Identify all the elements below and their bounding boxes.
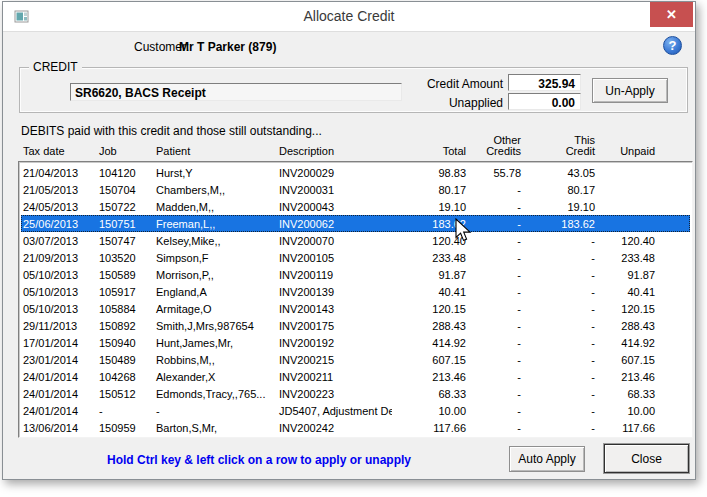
cell-tax-date: 21/09/2013	[21, 252, 97, 264]
cell-tax-date: 05/10/2013	[21, 303, 97, 315]
cell-total: 80.17	[392, 184, 468, 196]
table-row[interactable]: 05/10/2013105884Armitage,OINV200143120.1…	[21, 300, 690, 317]
cell-unpaid: 288.43	[597, 320, 657, 332]
cell-total: 233.48	[392, 252, 468, 264]
credit-group-label: CREDIT	[29, 60, 82, 74]
cell-job: 105884	[97, 303, 154, 315]
cell-patient: Alexander,X	[154, 371, 277, 383]
table-row[interactable]: 29/11/2013150892Smith,J,Mrs,987654INV200…	[21, 317, 690, 334]
close-button[interactable]: Close	[604, 444, 689, 473]
cell-patient: Madden,M,,	[154, 201, 277, 213]
cell-unpaid: 213.46	[597, 371, 657, 383]
cell-other-credits: -	[468, 184, 523, 196]
cell-unpaid: 607.15	[597, 354, 657, 366]
cell-tax-date: 24/01/2014	[21, 405, 97, 417]
cell-other-credits: -	[468, 218, 523, 230]
cell-total: 120.40	[392, 235, 468, 247]
cell-this-credit: -	[523, 320, 597, 332]
cell-job: 103520	[97, 252, 154, 264]
table-row[interactable]: 23/01/2014150489Robbins,M,,INV200215607.…	[21, 351, 690, 368]
cell-patient: Hunt,James,Mr,	[154, 337, 277, 349]
cell-this-credit: -	[523, 235, 597, 247]
cell-description: INV200029	[277, 167, 392, 179]
cell-job: 150489	[97, 354, 154, 366]
cell-job: 150512	[97, 388, 154, 400]
column-header-unpaid: Unpaid	[597, 146, 657, 159]
title-bar[interactable]: Allocate Credit ✕	[3, 2, 695, 32]
unapplied-value: 0.00	[508, 93, 581, 110]
cell-patient: Edmonds,Tracy,,765...	[154, 388, 277, 400]
cell-unpaid: 10.00	[597, 405, 657, 417]
cell-description: INV200242	[277, 422, 392, 434]
table-row[interactable]: 05/10/2013150589Morrison,P,,INV20011991.…	[21, 266, 690, 283]
cell-job: 104268	[97, 371, 154, 383]
cell-tax-date: 24/01/2014	[21, 388, 97, 400]
cell-total: 68.33	[392, 388, 468, 400]
cell-total: 98.83	[392, 167, 468, 179]
table-row[interactable]: 21/04/2013104120Hurst,YINV20002998.8355.…	[21, 164, 690, 181]
table-row[interactable]: 21/05/2013150704Chambers,M,,INV20003180.…	[21, 181, 690, 198]
cell-tax-date: 05/10/2013	[21, 286, 97, 298]
table-row[interactable]: 24/01/2014--JD5407, Adjustment Debit10.0…	[21, 402, 690, 419]
cell-job: 150589	[97, 269, 154, 281]
cell-tax-date: 23/01/2014	[21, 354, 97, 366]
debits-list: 21/04/2013104120Hurst,YINV20002998.8355.…	[21, 164, 690, 436]
cell-tax-date: 21/04/2013	[21, 167, 97, 179]
cell-job: 150959	[97, 422, 154, 434]
cell-other-credits: -	[468, 286, 523, 298]
table-row[interactable]: 05/10/2013105917England,AINV20013940.41-…	[21, 283, 690, 300]
cell-other-credits: -	[468, 320, 523, 332]
cell-unpaid: 68.33	[597, 388, 657, 400]
cell-unpaid: 120.15	[597, 303, 657, 315]
cell-patient: Barton,S,Mr,	[154, 422, 277, 434]
cell-total: 91.87	[392, 269, 468, 281]
cell-unpaid: 120.40	[597, 235, 657, 247]
cell-total: 10.00	[392, 405, 468, 417]
cell-unpaid: 117.66	[597, 422, 657, 434]
cell-other-credits: -	[468, 269, 523, 281]
un-apply-button[interactable]: Un-Apply	[592, 78, 668, 103]
cell-tax-date: 03/07/2013	[21, 235, 97, 247]
table-row[interactable]: 13/06/2014150959Barton,S,Mr,INV200242117…	[21, 419, 690, 436]
cell-tax-date: 29/11/2013	[21, 320, 97, 332]
table-row[interactable]: 03/07/2013150747Kelsey,Mike,,INV20007012…	[21, 232, 690, 249]
cell-patient: Armitage,O	[154, 303, 277, 315]
ctrl-click-hint: Hold Ctrl key & left click on a row to a…	[18, 453, 500, 467]
cell-unpaid: 40.41	[597, 286, 657, 298]
cell-this-credit: -	[523, 422, 597, 434]
cell-patient: Morrison,P,,	[154, 269, 277, 281]
cell-other-credits: -	[468, 422, 523, 434]
cell-job: 105917	[97, 286, 154, 298]
close-window-button[interactable]: ✕	[650, 2, 693, 27]
help-icon[interactable]: ?	[663, 36, 682, 55]
cell-other-credits: -	[468, 337, 523, 349]
table-row[interactable]: 17/01/2014150940Hunt,James,Mr,INV2001924…	[21, 334, 690, 351]
cell-total: 117.66	[392, 422, 468, 434]
cell-tax-date: 24/05/2013	[21, 201, 97, 213]
table-row[interactable]: 24/05/2013150722Madden,M,,INV20004319.10…	[21, 198, 690, 215]
cell-this-credit: -	[523, 269, 597, 281]
cell-description: INV200070	[277, 235, 392, 247]
cell-this-credit: 80.17	[523, 184, 597, 196]
cell-other-credits: -	[468, 371, 523, 383]
cell-unpaid: 414.92	[597, 337, 657, 349]
cell-total: 607.15	[392, 354, 468, 366]
auto-apply-button[interactable]: Auto Apply	[509, 446, 585, 472]
cell-total: 288.43	[392, 320, 468, 332]
cell-patient: England,A	[154, 286, 277, 298]
close-icon: ✕	[666, 7, 677, 22]
cell-description: INV200062	[277, 218, 392, 230]
cell-description: INV200043	[277, 201, 392, 213]
table-row[interactable]: 24/01/2014104268Alexander,XINV200211213.…	[21, 368, 690, 385]
cell-patient: Smith,J,Mrs,987654	[154, 320, 277, 332]
table-row[interactable]: 21/09/2013103520Simpson,FINV200105233.48…	[21, 249, 690, 266]
table-row[interactable]: 25/06/2013150751Freeman,L,,INV200062183.…	[21, 215, 690, 232]
column-header-job: Job	[97, 146, 154, 159]
cell-patient: Hurst,Y	[154, 167, 277, 179]
cell-job: 150722	[97, 201, 154, 213]
cell-unpaid: 233.48	[597, 252, 657, 264]
cell-this-credit: -	[523, 371, 597, 383]
table-row[interactable]: 24/01/2014150512Edmonds,Tracy,,765...INV…	[21, 385, 690, 402]
cell-job: 150940	[97, 337, 154, 349]
credit-amount-value: 325.94	[508, 74, 581, 91]
